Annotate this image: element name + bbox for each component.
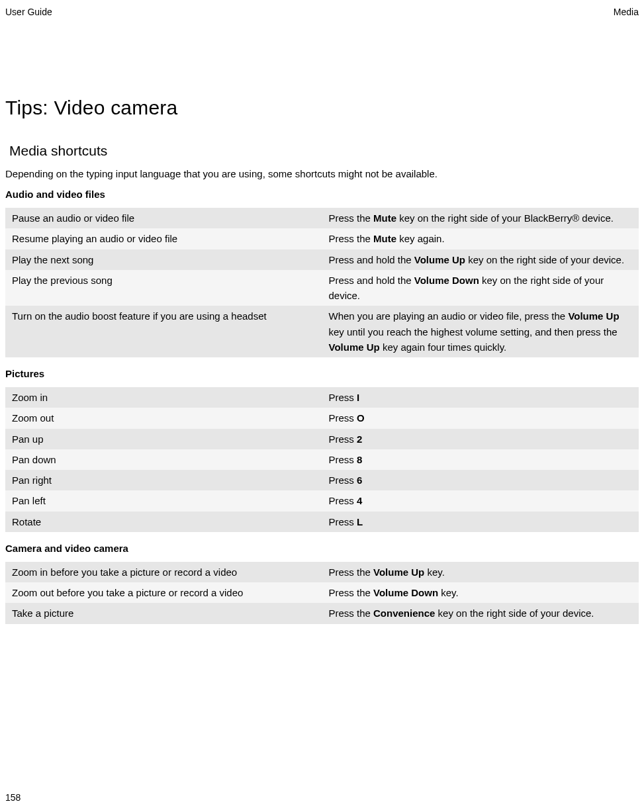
table-row: RotatePress L [5,512,639,532]
header-right: Media [614,7,639,17]
table-audio-video: Pause an audio or video filePress the Mu… [5,208,639,357]
table-row: Zoom outPress O [5,408,639,428]
header-left: User Guide [5,7,52,17]
table-row: Zoom in before you take a picture or rec… [5,562,639,582]
shortcut-action: Press 6 [322,470,639,490]
shortcut-label: Resume playing an audio or video file [5,228,322,249]
shortcut-action: Press 2 [322,429,639,449]
page-header: User Guide Media [5,7,639,17]
table-row: Resume playing an audio or video filePre… [5,228,639,249]
subhead-camera: Camera and video camera [5,543,639,554]
table-row: Pan upPress 2 [5,429,639,449]
shortcut-label: Pan left [5,490,322,511]
shortcut-action: Press the Mute key on the right side of … [322,208,639,228]
shortcut-action: Press the Convenience key on the right s… [322,603,639,623]
table-row: Pan leftPress 4 [5,490,639,511]
shortcut-action: When you are playing an audio or video f… [322,306,639,357]
section-heading: Media shortcuts [5,143,639,159]
table-row: Zoom inPress I [5,387,639,408]
shortcut-label: Rotate [5,512,322,532]
table-row: Pan rightPress 6 [5,470,639,490]
shortcut-action: Press the Volume Down key. [322,582,639,603]
shortcut-label: Turn on the audio boost feature if you a… [5,306,322,357]
page-number: 158 [5,792,21,803]
table-camera: Zoom in before you take a picture or rec… [5,562,639,624]
shortcut-label: Take a picture [5,603,322,623]
shortcut-action: Press L [322,512,639,532]
shortcut-label: Pan right [5,470,322,490]
shortcut-label: Zoom in before you take a picture or rec… [5,562,322,582]
shortcut-action: Press 4 [322,490,639,511]
table-row: Play the previous songPress and hold the… [5,270,639,306]
table-row: Turn on the audio boost feature if you a… [5,306,639,357]
shortcut-action: Press 8 [322,449,639,470]
table-row: Zoom out before you take a picture or re… [5,582,639,603]
shortcut-action: Press and hold the Volume Up key on the … [322,249,639,270]
table-row: Pan downPress 8 [5,449,639,470]
shortcut-label: Zoom out [5,408,322,428]
shortcut-action: Press and hold the Volume Down key on th… [322,270,639,306]
page-title: Tips: Video camera [5,97,639,119]
shortcut-label: Pan up [5,429,322,449]
shortcut-label: Play the previous song [5,270,322,306]
shortcut-label: Zoom out before you take a picture or re… [5,582,322,603]
table-row: Pause an audio or video filePress the Mu… [5,208,639,228]
subhead-audio-video: Audio and video files [5,189,639,200]
shortcut-label: Pause an audio or video file [5,208,322,228]
intro-paragraph: Depending on the typing input language t… [5,168,639,179]
shortcut-label: Play the next song [5,249,322,270]
table-pictures: Zoom inPress IZoom outPress OPan upPress… [5,387,639,532]
subhead-pictures: Pictures [5,368,639,379]
shortcut-action: Press the Volume Up key. [322,562,639,582]
shortcut-action: Press the Mute key again. [322,228,639,249]
shortcut-label: Zoom in [5,387,322,408]
table-row: Play the next songPress and hold the Vol… [5,249,639,270]
shortcut-label: Pan down [5,449,322,470]
shortcut-action: Press I [322,387,639,408]
table-row: Take a picturePress the Convenience key … [5,603,639,623]
shortcut-action: Press O [322,408,639,428]
